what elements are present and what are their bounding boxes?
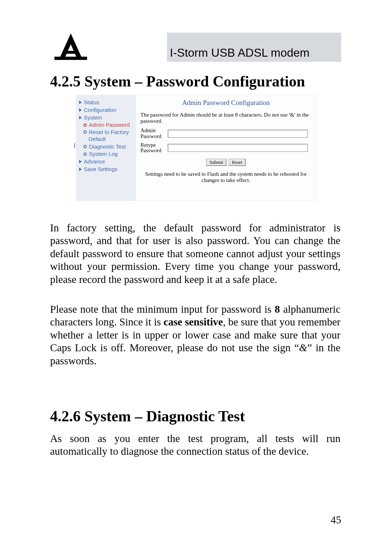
sidebar-item-label: Default bbox=[89, 136, 106, 143]
paragraph-password-note: Please note that the minimum input for p… bbox=[50, 303, 340, 367]
sidebar-item-configuration[interactable]: Configuration bbox=[76, 106, 136, 114]
retype-password-row: Retype Password bbox=[136, 141, 316, 155]
submit-button[interactable]: Submit bbox=[206, 159, 226, 166]
p2-8: 8 bbox=[275, 303, 280, 315]
sidebar-item-admin-password[interactable]: Admin Password bbox=[76, 121, 136, 129]
page-number: 45 bbox=[331, 514, 341, 526]
admin-password-input[interactable] bbox=[168, 130, 308, 138]
sidebar-item-status[interactable]: Status bbox=[76, 99, 136, 106]
sidebar-item-label: System bbox=[84, 114, 102, 121]
sidebar-item-label: Status bbox=[84, 99, 99, 106]
sidebar-item-label: Configuration bbox=[84, 107, 116, 114]
heading-426: 4.2.6 System – Diagnostic Test bbox=[50, 408, 245, 425]
reset-button[interactable]: Reset bbox=[229, 159, 246, 166]
header-band: I-Storm USB ADSL modem bbox=[167, 33, 341, 62]
sidebar-item-system[interactable]: System bbox=[76, 114, 136, 122]
triangle-icon bbox=[79, 160, 82, 163]
bullet-icon bbox=[83, 153, 87, 156]
admin-password-row: Admin Password bbox=[136, 126, 316, 141]
panel-hint: The password for Admin should be at leas… bbox=[136, 107, 316, 126]
sidebar-item-label: Advance bbox=[84, 158, 105, 165]
heading-425: 4.2.5 System – Password Configuration bbox=[50, 73, 305, 90]
logo bbox=[54, 33, 87, 62]
sidebar-item-advance[interactable]: Advance bbox=[76, 158, 136, 166]
p2-amp: & bbox=[299, 342, 307, 353]
product-name: I-Storm USB ADSL modem bbox=[170, 46, 310, 60]
triangle-icon bbox=[79, 101, 82, 104]
triangle-icon bbox=[79, 116, 82, 119]
retype-password-label: Retype Password bbox=[140, 142, 168, 154]
embedded-router-screenshot: Status Configuration System Admin Passwo… bbox=[76, 95, 316, 200]
sidebar-item-reset-factory[interactable]: Reset to Factory bbox=[76, 129, 136, 135]
left-tick bbox=[74, 143, 75, 148]
paragraph-factory-setting: In factory setting, the default password… bbox=[50, 222, 340, 286]
sidebar-item-label: Save Settings bbox=[84, 166, 118, 173]
triangle-icon bbox=[79, 167, 82, 171]
sidebar-item-reset-factory-line2: Default bbox=[76, 135, 136, 143]
retype-password-input[interactable] bbox=[168, 144, 308, 152]
paragraph-diagnostic: As soon as you enter the test program, a… bbox=[50, 432, 340, 458]
bullet-icon bbox=[83, 123, 87, 127]
sidebar-item-label: Diagnostic Test bbox=[89, 143, 126, 150]
admin-password-label: Admin Password bbox=[140, 128, 168, 139]
bullet-icon bbox=[83, 130, 87, 134]
bullet-icon bbox=[83, 145, 87, 148]
a-logo-icon bbox=[54, 33, 87, 62]
triangle-icon bbox=[79, 108, 82, 112]
panel-footer-note: Settings need to be saved to Flash and t… bbox=[136, 166, 316, 184]
router-sidebar: Status Configuration System Admin Passwo… bbox=[76, 95, 136, 200]
p2-a: Please note that the minimum input for p… bbox=[50, 303, 275, 315]
sidebar-item-system-log[interactable]: System Log bbox=[76, 150, 136, 158]
p2-case-sensitive: case sensitive bbox=[164, 316, 223, 328]
sidebar-item-label: System Log bbox=[89, 151, 118, 158]
panel-title: Admin Password Configuration bbox=[136, 95, 316, 107]
sidebar-item-diagnostic[interactable]: Diagnostic Test bbox=[76, 143, 136, 151]
sidebar-item-save-settings[interactable]: Save Settings bbox=[76, 166, 136, 173]
button-row: Submit Reset bbox=[136, 155, 316, 166]
sidebar-item-label: Admin Password bbox=[89, 122, 130, 129]
svg-rect-0 bbox=[54, 57, 87, 60]
sidebar-item-label: Reset to Factory bbox=[89, 129, 129, 135]
router-content: Admin Password Configuration The passwor… bbox=[136, 95, 316, 200]
